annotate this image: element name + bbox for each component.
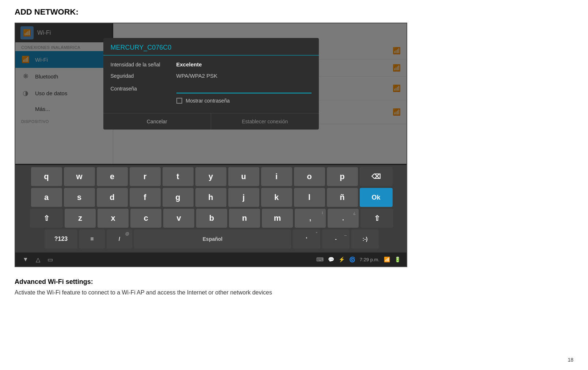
key-u[interactable]: u (228, 167, 259, 186)
key-v[interactable]: v (163, 209, 194, 228)
key-j[interactable]: j (228, 188, 259, 207)
dialog-buttons: Cancelar Establecer conexión (103, 113, 319, 130)
page-number: 18 (568, 357, 573, 363)
key-r[interactable]: r (130, 167, 161, 186)
dialog-password-row: Contraseña (111, 84, 312, 93)
key-e[interactable]: e (97, 167, 128, 186)
dialog-security-value: WPA/WPA2 PSK (176, 73, 218, 79)
app-icon: 🌀 (349, 257, 355, 262)
key-shift-right[interactable]: ⇧ (360, 209, 393, 228)
key-n[interactable]: n (229, 209, 260, 228)
system-bar: ▼ △ ▭ ⌨ 💬 ⚡ 🌀 7:29 p.m. 📶 🔋 (15, 253, 407, 266)
key-h[interactable]: h (195, 188, 226, 207)
keyboard-row-3: ⇧ z x c v b n m ,i .¿ ⇧ (17, 209, 406, 228)
key-l[interactable]: l (294, 188, 325, 207)
usb-icon: ⚡ (339, 257, 345, 262)
nav-home-icon[interactable]: △ (36, 256, 40, 263)
nav-icons: ▼ △ ▭ (23, 256, 316, 263)
key-x[interactable]: x (98, 209, 129, 228)
key-c[interactable]: c (130, 209, 161, 228)
dialog-overlay: MERCURY_C076C0 Intensidad de la señal Ex… (15, 23, 406, 164)
chat-icon: 💬 (328, 257, 334, 262)
nav-recents-icon[interactable]: ▭ (47, 256, 53, 263)
nav-back-icon[interactable]: ▼ (23, 256, 28, 263)
key-shift-left[interactable]: ⇧ (30, 209, 63, 228)
dialog-body: Intensidad de la señal Excelente Segurid… (103, 55, 319, 113)
key-a[interactable]: a (31, 188, 62, 207)
key-z[interactable]: z (65, 209, 96, 228)
key-b[interactable]: b (196, 209, 227, 228)
key-backspace[interactable]: ⌫ (360, 167, 393, 186)
keyboard-icon: ⌨ (316, 257, 324, 262)
key-slash[interactable]: / @ (107, 230, 132, 248)
signal-icon: 📶 (384, 257, 390, 262)
key-smiley[interactable]: :-) (351, 230, 379, 248)
keyboard-row-1: q w e r t y u i o p ⌫ (17, 167, 406, 186)
key-d[interactable]: d (97, 188, 128, 207)
system-time: 7:29 p.m. (360, 257, 379, 262)
key-p[interactable]: p (327, 167, 358, 186)
key-apostrophe[interactable]: ' " (293, 230, 320, 248)
key-numbers[interactable]: ?123 (45, 230, 77, 248)
key-ok[interactable]: Ok (360, 188, 393, 207)
device-frame: 📶 Wi-Fi CONEXIONES INALÁMBRICA 📶 Wi-Fi ❋… (15, 23, 407, 267)
key-k[interactable]: k (261, 188, 292, 207)
page-title: ADD NETWORK: (15, 7, 573, 17)
dialog-signal-value: Excelente (176, 61, 202, 68)
battery-icon: 🔋 (394, 257, 401, 262)
key-space[interactable]: Español (134, 230, 291, 248)
advanced-wifi-description: Activate the Wi-Fi feature to connect to… (15, 289, 573, 296)
dialog-checkbox-row: Mostrar contraseña (176, 98, 312, 104)
key-comma[interactable]: ,i (295, 209, 326, 228)
key-s[interactable]: s (64, 188, 95, 207)
keyboard-row-2: a s d f g h j k l ñ Ok (17, 188, 406, 207)
dialog-signal-row: Intensidad de la señal Excelente (111, 61, 312, 68)
cancel-button[interactable]: Cancelar (103, 113, 211, 130)
wifi-connect-dialog: MERCURY_C076C0 Intensidad de la señal Ex… (103, 38, 319, 130)
keyboard-row-4: ?123 ≡ / @ Español ' " - _ :-) (17, 230, 406, 248)
key-y[interactable]: y (195, 167, 226, 186)
key-o[interactable]: o (294, 167, 325, 186)
status-icons: ⌨ 💬 ⚡ 🌀 7:29 p.m. 📶 🔋 (316, 257, 401, 262)
key-i[interactable]: i (261, 167, 292, 186)
key-settings[interactable]: ≡ (79, 230, 105, 248)
dialog-security-row: Seguridad WPA/WPA2 PSK (111, 73, 312, 79)
keyboard: q w e r t y u i o p ⌫ a s d f g h j k l … (15, 165, 407, 253)
show-password-label: Mostrar contraseña (186, 98, 230, 104)
key-g[interactable]: g (163, 188, 194, 207)
dialog-security-label: Seguridad (111, 73, 176, 79)
bottom-section: Advanced Wi-Fi settings: Activate the Wi… (15, 278, 573, 296)
key-f[interactable]: f (130, 188, 161, 207)
key-q[interactable]: q (31, 167, 62, 186)
key-m[interactable]: m (262, 209, 293, 228)
dialog-signal-label: Intensidad de la señal (111, 62, 176, 68)
key-dash[interactable]: - _ (322, 230, 350, 248)
key-t[interactable]: t (163, 167, 194, 186)
key-n-tilde[interactable]: ñ (327, 188, 358, 207)
dialog-password-input[interactable] (176, 84, 312, 93)
show-password-checkbox[interactable] (176, 98, 182, 104)
key-w[interactable]: w (64, 167, 95, 186)
dialog-password-label: Contraseña (111, 86, 176, 92)
advanced-wifi-title: Advanced Wi-Fi settings: (15, 278, 573, 286)
dialog-title: MERCURY_C076C0 (103, 38, 319, 55)
confirm-button[interactable]: Establecer conexión (211, 113, 319, 130)
key-period[interactable]: .¿ (328, 209, 359, 228)
